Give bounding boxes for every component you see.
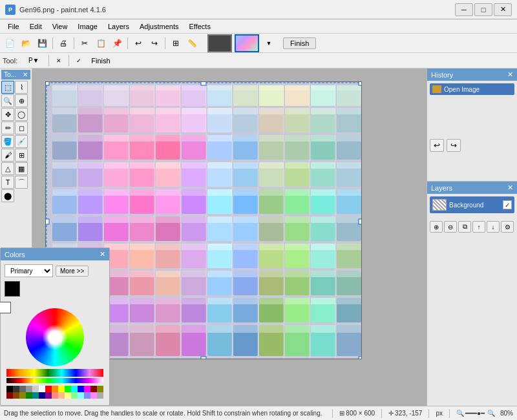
zoom-in-btn[interactable]: 🔍 — [487, 410, 495, 417]
palette-2-2[interactable] — [13, 392, 19, 399]
tool-select-rect[interactable]: ⬚ — [1, 81, 14, 94]
palette-olive[interactable] — [97, 386, 103, 392]
palette-green[interactable] — [65, 386, 71, 392]
colors-more-button[interactable]: More >> — [56, 266, 89, 277]
palette-red[interactable] — [45, 386, 52, 392]
undo-button[interactable]: ↩ — [131, 36, 145, 50]
copy-button[interactable]: 📋 — [94, 36, 108, 50]
menu-image[interactable]: Image — [72, 21, 103, 32]
tool-recolor[interactable]: ⬤ — [1, 189, 14, 202]
tool-text[interactable]: T — [1, 176, 14, 189]
palette-2-7[interactable] — [45, 392, 52, 399]
layer-up-btn[interactable]: ↑ — [472, 221, 485, 233]
history-undo-btn[interactable]: ↩ — [430, 139, 444, 152]
palette-2-1[interactable] — [6, 392, 13, 399]
history-item[interactable]: Open Image — [430, 83, 514, 95]
tool-zoom[interactable]: 🔍 — [1, 94, 14, 107]
colors-close[interactable]: ✕ — [100, 250, 105, 258]
layer-item[interactable]: Background ✓ — [430, 196, 514, 213]
palette-2-10[interactable] — [65, 392, 71, 399]
tools-close[interactable]: ✕ — [23, 71, 28, 78]
palette-2-14[interactable] — [90, 392, 97, 399]
tool-mode-select[interactable]: P▼ — [21, 54, 46, 68]
deselect-btn[interactable]: ✕ — [52, 54, 66, 68]
print-button[interactable]: 🖨 — [56, 36, 70, 50]
palette-darkred[interactable] — [90, 386, 97, 392]
tool-eraser[interactable]: ◻ — [15, 121, 28, 134]
thumb-expand[interactable]: ▼ — [262, 36, 276, 50]
tool-clone[interactable]: ⊞ — [15, 149, 28, 162]
palette-cyan[interactable] — [71, 386, 78, 392]
save-button[interactable]: 💾 — [35, 36, 49, 50]
menu-layers[interactable]: Layers — [103, 21, 134, 32]
tool-move[interactable]: ✥ — [1, 108, 14, 121]
palette-2-15[interactable] — [97, 392, 103, 399]
palette-2-12[interactable] — [78, 392, 84, 399]
paste-button[interactable]: 📌 — [110, 36, 124, 50]
close-button[interactable]: ✕ — [494, 3, 512, 16]
palette-black[interactable] — [6, 386, 13, 392]
menu-edit[interactable]: Edit — [25, 21, 47, 32]
cut-button[interactable]: ✂ — [78, 36, 92, 50]
zoom-out-btn[interactable]: 🔍 — [456, 410, 464, 417]
tool-curve[interactable]: ⌒ — [15, 176, 28, 189]
palette-yellow[interactable] — [58, 386, 65, 392]
palette-2-9[interactable] — [58, 392, 65, 399]
palette-2-6[interactable] — [39, 392, 45, 399]
palette-darkgray[interactable] — [13, 386, 19, 392]
minimize-button[interactable]: ─ — [455, 3, 473, 16]
zoom-slider[interactable]: ━━━●━ — [465, 410, 485, 417]
palette-2-3[interactable] — [19, 392, 26, 399]
layer-down-btn[interactable]: ↓ — [487, 221, 500, 233]
tool-shapes[interactable]: △ — [1, 162, 14, 175]
layer-settings-btn[interactable]: ⚙ — [501, 221, 514, 233]
palette-2-13[interactable] — [84, 392, 90, 399]
layers-close[interactable]: ✕ — [507, 184, 513, 192]
palette-medgray[interactable] — [26, 386, 32, 392]
open-button[interactable]: 📂 — [19, 36, 33, 50]
redo-button[interactable]: ↪ — [147, 36, 162, 50]
color-spectrum-bar[interactable] — [6, 378, 103, 383]
tool-select-magic[interactable]: ⊕ — [15, 94, 28, 107]
layer-add-btn[interactable]: ⊕ — [430, 221, 443, 233]
menu-view[interactable]: View — [47, 21, 73, 32]
secondary-color-swatch[interactable] — [0, 302, 11, 313]
tool-select-lasso[interactable]: ⌇ — [15, 81, 28, 94]
history-close[interactable]: ✕ — [507, 70, 513, 79]
tool-select-ellipse[interactable]: ◯ — [15, 108, 28, 121]
palette-2-4[interactable] — [26, 392, 32, 399]
primary-color-swatch[interactable] — [5, 281, 20, 297]
finish-button[interactable]: Finish — [283, 37, 316, 49]
menu-effects[interactable]: Effects — [184, 21, 216, 32]
tool-brush[interactable]: 🖌 — [1, 149, 14, 162]
grid-button[interactable]: ⊞ — [169, 36, 183, 50]
maximize-button[interactable]: □ — [474, 3, 492, 16]
palette-2-5[interactable] — [32, 392, 39, 399]
color-wheel[interactable] — [26, 308, 84, 366]
palette-gray[interactable] — [19, 386, 26, 392]
palette-2-8[interactable] — [52, 392, 58, 399]
layer-delete-btn[interactable]: ⊖ — [444, 221, 457, 233]
layer-duplicate-btn[interactable]: ⧉ — [458, 221, 471, 233]
color-mode-select[interactable]: Primary Secondary — [5, 264, 53, 277]
history-redo-btn[interactable]: ↪ — [447, 139, 461, 152]
menu-adjustments[interactable]: Adjustments — [134, 21, 184, 32]
color-hue-bar[interactable] — [6, 369, 103, 377]
layer-visibility-check[interactable]: ✓ — [503, 200, 512, 209]
tool-gradient[interactable]: ▦ — [15, 162, 28, 175]
thumb-dark[interactable] — [207, 34, 232, 52]
ruler-button[interactable]: 📏 — [185, 36, 199, 50]
menu-file[interactable]: File — [3, 21, 25, 32]
palette-lightgray[interactable] — [32, 386, 39, 392]
check-btn[interactable]: ✓ — [72, 54, 86, 68]
new-button[interactable]: 📄 — [3, 36, 17, 50]
palette-orange[interactable] — [52, 386, 58, 392]
palette-2-11[interactable] — [71, 392, 78, 399]
palette-magenta[interactable] — [84, 386, 90, 392]
palette-blue[interactable] — [78, 386, 84, 392]
tool-pencil[interactable]: ✏ — [1, 121, 14, 134]
palette-white[interactable] — [39, 386, 45, 392]
tool-colorpick[interactable]: 💉 — [15, 135, 28, 148]
thumb-canvas[interactable] — [235, 34, 259, 52]
tool-fill[interactable]: 🪣 — [1, 135, 14, 148]
